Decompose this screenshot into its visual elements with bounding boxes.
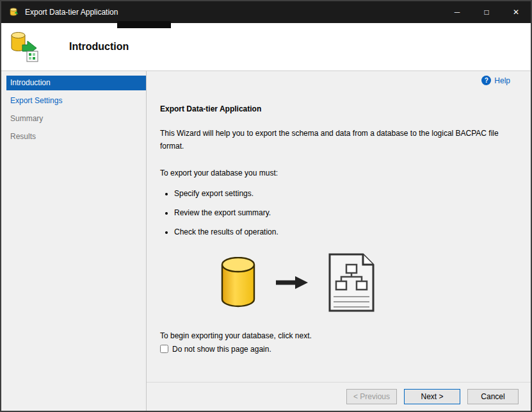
wizard-footer: < Previous Next > Cancel bbox=[147, 382, 531, 411]
previous-button[interactable]: < Previous bbox=[346, 389, 397, 404]
maximize-button[interactable]: □ bbox=[472, 1, 501, 23]
titlebar-shadow-artifact bbox=[117, 21, 171, 28]
cancel-button[interactable]: Cancel bbox=[467, 389, 519, 404]
dont-show-again-checkbox[interactable] bbox=[160, 345, 168, 353]
sidebar-item-export-settings[interactable]: Export Settings bbox=[6, 94, 146, 108]
export-illustration bbox=[220, 252, 512, 313]
wizard-header: Introduction bbox=[1, 23, 531, 71]
minimize-button[interactable]: ─ bbox=[442, 1, 472, 23]
dont-show-again-label: Do not show this page again. bbox=[172, 345, 271, 354]
requirements-label: To export your database you must: bbox=[160, 169, 512, 177]
window-title: Export Data-tier Application bbox=[25, 8, 118, 17]
wizard-body: Introduction Export Settings Summary Res… bbox=[1, 71, 531, 411]
sidebar-item-introduction[interactable]: Introduction bbox=[6, 76, 146, 90]
begin-instruction: To begin exporting your database, click … bbox=[160, 331, 512, 340]
export-database-icon bbox=[10, 30, 40, 63]
close-button[interactable]: ✕ bbox=[501, 1, 531, 23]
list-item: Check the results of operation. bbox=[174, 227, 512, 236]
requirements-list: Specify export settings. Review the expo… bbox=[174, 189, 512, 236]
wizard-content: ? Help Export Data-tier Application This… bbox=[147, 71, 531, 411]
window-controls: ─ □ ✕ bbox=[442, 1, 531, 23]
page-title: Introduction bbox=[69, 41, 129, 53]
bacpac-file-icon bbox=[327, 252, 376, 313]
help-label: Help bbox=[494, 76, 510, 85]
app-icon bbox=[9, 7, 19, 17]
export-datatier-wizard-window: Export Data-tier Application ─ □ ✕ Intro… bbox=[0, 0, 532, 412]
wizard-steps-sidebar: Introduction Export Settings Summary Res… bbox=[1, 71, 147, 411]
help-link[interactable]: ? Help bbox=[481, 76, 510, 85]
content-body: Export Data-tier Application This Wizard… bbox=[147, 71, 531, 354]
list-item: Review the export summary. bbox=[174, 208, 512, 217]
list-item: Specify export settings. bbox=[174, 189, 512, 198]
sidebar-item-summary[interactable]: Summary bbox=[6, 111, 146, 126]
help-icon: ? bbox=[481, 76, 491, 85]
titlebar: Export Data-tier Application ─ □ ✕ bbox=[1, 1, 531, 23]
next-button[interactable]: Next > bbox=[404, 389, 460, 404]
dont-show-again-row: Do not show this page again. bbox=[160, 345, 512, 354]
right-arrow-icon bbox=[276, 276, 308, 290]
database-cylinder-icon bbox=[220, 257, 257, 308]
intro-paragraph: This Wizard will help you to export the … bbox=[160, 128, 512, 153]
sidebar-item-results[interactable]: Results bbox=[6, 129, 146, 144]
content-heading: Export Data-tier Application bbox=[160, 104, 512, 113]
